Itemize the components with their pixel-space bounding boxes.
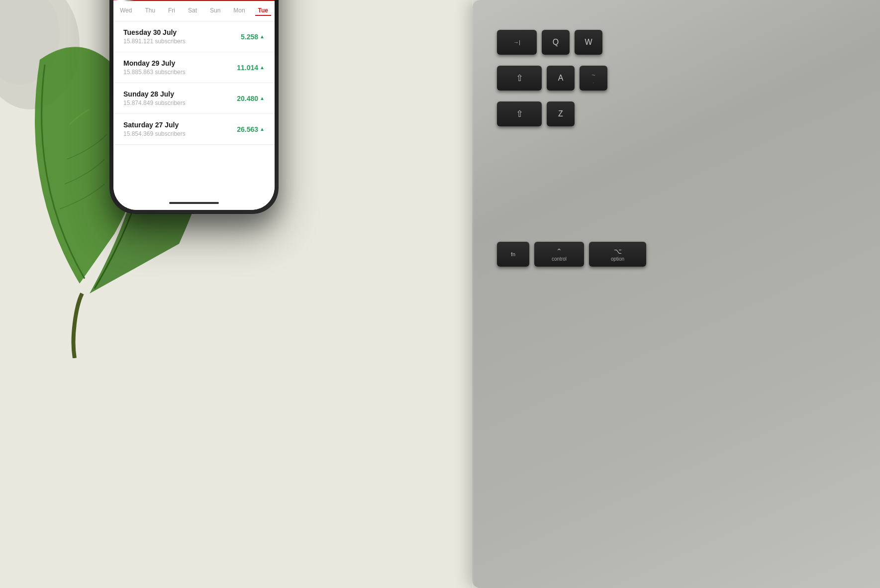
day-tabs: Wed Thu Fri Sat Sun Mon Tue bbox=[113, 1, 275, 21]
tab-thu[interactable]: Thu bbox=[142, 6, 158, 16]
key-z: Z bbox=[547, 101, 575, 126]
row-1-value: 11.014 ▲ bbox=[237, 64, 265, 72]
key-control: ⌃ control bbox=[534, 242, 584, 267]
row-0-title: Tuesday 30 July bbox=[123, 28, 186, 36]
home-indicator bbox=[113, 198, 275, 210]
tab-fri[interactable]: Fri bbox=[165, 6, 178, 16]
key-shift-down: ⇧ bbox=[497, 101, 542, 126]
chart-section: 15.891.121 Tuesday 30 July bbox=[113, 0, 275, 1]
row-1-title: Monday 29 July bbox=[123, 59, 186, 67]
row-3-value: 26.563 ▲ bbox=[237, 125, 265, 133]
row-2-title: Sunday 28 July bbox=[123, 90, 186, 98]
tab-sat[interactable]: Sat bbox=[185, 6, 200, 16]
key-fn: fn bbox=[497, 242, 529, 267]
tab-wed[interactable]: Wed bbox=[117, 6, 135, 16]
trend-up-icon: ▲ bbox=[260, 126, 265, 132]
tab-tue[interactable]: Tue bbox=[255, 6, 271, 16]
phone-device: 13:10 ▲▲▲ bbox=[109, 0, 279, 214]
phone-screen-container: 13:10 ▲▲▲ bbox=[113, 0, 275, 210]
row-1-subtitle: 15.885.863 subscribers bbox=[123, 69, 186, 76]
key-tab: →| bbox=[497, 30, 537, 55]
trend-up-icon: ▲ bbox=[260, 96, 265, 101]
subscribers-list: Tuesday 30 July 15.891.121 subscribers 5… bbox=[113, 21, 275, 198]
phone-screen: 13:10 ▲▲▲ bbox=[113, 0, 275, 210]
home-bar bbox=[169, 202, 219, 204]
trend-up-icon: ▲ bbox=[260, 65, 265, 70]
row-2-subtitle: 15.874.849 subscribers bbox=[123, 99, 186, 106]
list-item[interactable]: Saturday 27 July 15.854.369 subscribers … bbox=[113, 114, 275, 145]
list-item[interactable]: Sunday 28 July 15.874.849 subscribers 20… bbox=[113, 83, 275, 114]
tab-sun[interactable]: Sun bbox=[207, 6, 223, 16]
key-shift-up: ⇧ bbox=[497, 66, 542, 91]
row-2-value: 20.480 ▲ bbox=[237, 95, 265, 102]
key-q: Q bbox=[542, 30, 570, 55]
row-0-value: 5.258 ▲ bbox=[241, 33, 265, 41]
key-a: A bbox=[547, 66, 575, 91]
phone-frame: 13:10 ▲▲▲ bbox=[109, 0, 279, 214]
list-item[interactable]: Tuesday 30 July 15.891.121 subscribers 5… bbox=[113, 21, 275, 52]
key-tilde: ~· bbox=[580, 66, 607, 91]
row-0-subtitle: 15.891.121 subscribers bbox=[123, 38, 186, 45]
row-3-subtitle: 15.854.369 subscribers bbox=[123, 130, 186, 137]
laptop-keyboard: →| Q W ⇧ A ~· ⇧ Z fn ⌃ control ⌥ option bbox=[472, 0, 880, 588]
row-3-title: Saturday 27 July bbox=[123, 121, 186, 129]
list-item[interactable]: Monday 29 July 15.885.863 subscribers 11… bbox=[113, 52, 275, 83]
key-option: ⌥ option bbox=[589, 242, 646, 267]
tab-mon[interactable]: Mon bbox=[230, 6, 248, 16]
trend-up-icon: ▲ bbox=[260, 34, 265, 39]
option-label: option bbox=[611, 256, 624, 262]
key-w: W bbox=[575, 30, 602, 55]
line-chart[interactable] bbox=[113, 0, 275, 1]
